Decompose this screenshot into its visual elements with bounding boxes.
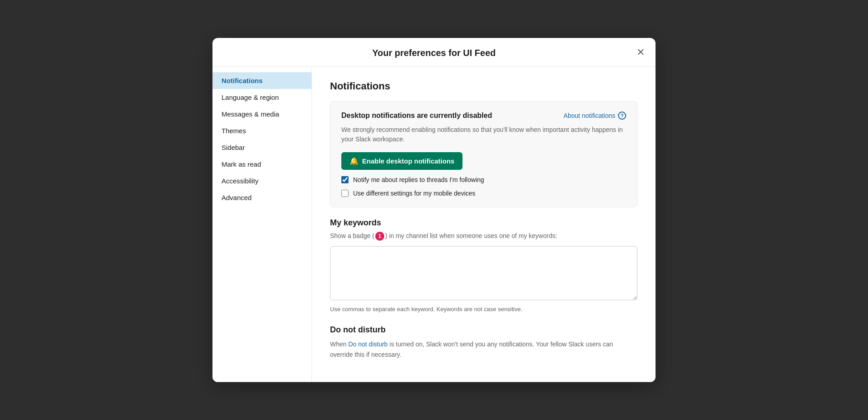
sidebar-item-messages-media[interactable]: Messages & media [212, 106, 311, 122]
modal-title: Your preferences for UI Feed [372, 48, 495, 58]
sidebar-item-themes[interactable]: Themes [212, 122, 311, 139]
different-settings-checkbox[interactable] [341, 190, 349, 197]
keywords-description: Show a badge (1) in my channel list when… [330, 231, 637, 241]
about-notifications-link[interactable]: About notifications ? [564, 112, 626, 120]
keywords-badge-count: 1 [375, 232, 384, 241]
desktop-notif-title: Desktop notifications are currently disa… [341, 112, 492, 120]
keywords-hint: Use commas to separate each keyword. Key… [330, 306, 637, 313]
desktop-notifications-box: Desktop notifications are currently disa… [330, 101, 637, 207]
keywords-textarea[interactable] [330, 246, 637, 300]
modal-overlay: Your preferences for UI Feed ✕ Notificat… [0, 0, 868, 420]
dnd-title: Do not disturb [330, 325, 637, 335]
checkbox-different-settings: Use different settings for my mobile dev… [341, 190, 626, 197]
dnd-section: Do not disturb When Do not disturb is tu… [330, 325, 637, 359]
keywords-title: My keywords [330, 218, 637, 228]
enable-button-label: Enable desktop notifications [362, 157, 454, 165]
about-notifications-text: About notifications [564, 112, 615, 119]
sidebar-item-sidebar[interactable]: Sidebar [212, 139, 311, 156]
notify-replies-checkbox[interactable] [341, 176, 349, 183]
different-settings-label: Use different settings for my mobile dev… [353, 190, 476, 197]
dnd-description: When Do not disturb is turned on, Slack … [330, 339, 637, 359]
sidebar-item-accessibility[interactable]: Accessibility [212, 173, 311, 189]
sidebar: NotificationsLanguage & regionMessages &… [212, 67, 312, 382]
section-title: Notifications [330, 80, 637, 92]
sidebar-item-mark-as-read[interactable]: Mark as read [212, 156, 311, 173]
sidebar-item-language-region[interactable]: Language & region [212, 89, 311, 106]
notify-replies-label: Notify me about replies to threads I'm f… [353, 176, 484, 183]
sidebar-item-advanced[interactable]: Advanced [212, 189, 311, 206]
help-icon: ? [618, 112, 626, 120]
modal-header: Your preferences for UI Feed ✕ [212, 38, 656, 67]
dnd-link[interactable]: Do not disturb [348, 341, 387, 348]
main-content: Notifications Desktop notifications are … [312, 67, 656, 382]
enable-desktop-notifications-button[interactable]: 🔔 Enable desktop notifications [341, 152, 462, 170]
desktop-notif-description: We strongly recommend enabling notificat… [341, 125, 626, 144]
sidebar-item-notifications[interactable]: Notifications [212, 72, 311, 89]
preferences-modal: Your preferences for UI Feed ✕ Notificat… [212, 38, 656, 382]
dnd-desc-before: When [330, 341, 348, 348]
keywords-section: My keywords Show a badge (1) in my chann… [330, 218, 637, 313]
close-button[interactable]: ✕ [635, 46, 646, 59]
desktop-notif-header: Desktop notifications are currently disa… [341, 112, 626, 120]
bell-icon: 🔔 [349, 157, 359, 165]
keywords-desc-after: ) in my channel list when someone uses o… [385, 232, 557, 239]
keywords-desc-before: Show a badge ( [330, 232, 374, 239]
checkbox-notify-replies: Notify me about replies to threads I'm f… [341, 176, 626, 183]
modal-body: NotificationsLanguage & regionMessages &… [212, 67, 656, 382]
